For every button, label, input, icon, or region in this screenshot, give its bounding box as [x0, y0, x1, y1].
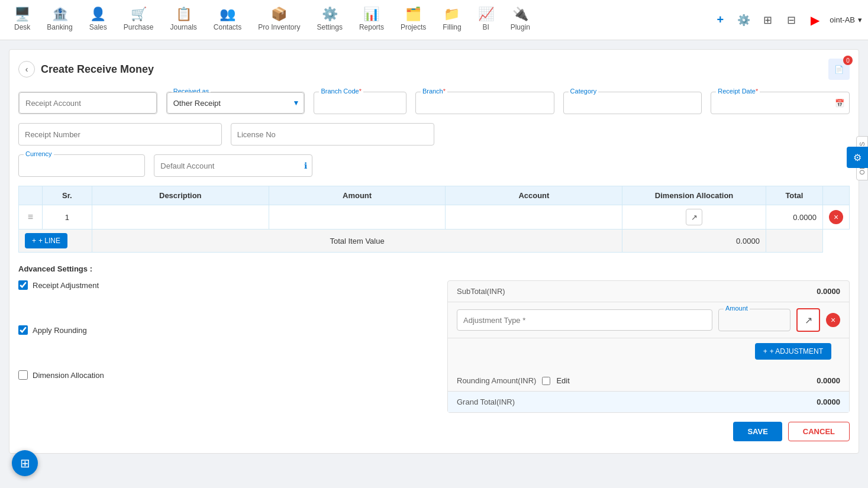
total-val-cell: 0.0000 — [622, 230, 766, 253]
nav-item-contacts[interactable]: 👥 Contacts — [205, 0, 250, 40]
description-input[interactable] — [98, 213, 263, 222]
user-menu[interactable]: oint-AB ▾ — [830, 15, 862, 24]
youtube-icon[interactable]: ▶ — [806, 11, 824, 29]
adjustment-link-button[interactable]: ↗ — [796, 308, 820, 332]
branch-code-input[interactable]: H001 — [314, 92, 405, 114]
col-total: Total — [766, 186, 822, 205]
branch-input[interactable]: HO — [416, 92, 554, 114]
dimension-allocation-checkbox[interactable] — [18, 370, 28, 380]
amount-cell: 0.00 — [269, 205, 446, 230]
col-dimension: Dimension Allocation — [622, 186, 766, 205]
received-as-field: Received as Other Receipt ▼ — [166, 92, 305, 114]
add-button[interactable]: + — [711, 11, 729, 29]
branch-field: Branch* HO — [415, 92, 554, 114]
advanced-left: Receipt Adjustment Apply Rounding Dimens… — [18, 280, 435, 413]
total-label-cell: Total Item Value — [92, 230, 622, 253]
header-action-button[interactable]: 📄 0 — [828, 59, 850, 80]
back-button[interactable]: ‹ — [18, 61, 35, 77]
reports-icon: 📊 — [363, 7, 379, 22]
category-input[interactable]: Goods — [564, 92, 702, 114]
received-as-select-wrapper: Other Receipt ▼ — [167, 92, 305, 114]
total-empty-cell — [766, 230, 822, 253]
nav-item-plugin[interactable]: 🔌 Plugin — [502, 0, 538, 40]
page-title: Create Receive Money — [41, 63, 154, 76]
delete-row-button[interactable]: × — [829, 210, 843, 224]
rounding-row: Rounding Amount(INR) Edit 0.0000 — [448, 370, 849, 392]
currency-input[interactable]: Indian Rupee — [19, 155, 144, 176]
branch-code-group: Branch Code* H001 — [314, 92, 406, 114]
bottom-button-bar: SAVE CANCEL — [18, 413, 850, 444]
nav-label-banking: Banking — [47, 23, 72, 31]
nav-item-journals[interactable]: 📋 Journals — [162, 0, 205, 40]
save-button[interactable]: SAVE — [733, 422, 782, 441]
delete-adjustment-button[interactable]: × — [826, 313, 840, 327]
receipt-date-input[interactable]: 13/03/2024 — [711, 92, 835, 114]
options-gear-button[interactable]: ⚙ — [847, 147, 868, 168]
nav-item-bi[interactable]: 📈 BI — [470, 0, 502, 40]
apply-rounding-label: Apply Rounding — [33, 326, 87, 335]
advanced-title: Advanced Settings : — [18, 264, 850, 273]
drag-handle-cell: ≡ — [19, 205, 43, 230]
nav-item-reports[interactable]: 📊 Reports — [351, 0, 392, 40]
cancel-button[interactable]: CANCEL — [788, 422, 850, 441]
nav-item-banking[interactable]: 🏦 Banking — [38, 0, 80, 40]
external-link-icon-2: ↗ — [805, 315, 812, 326]
category-label: Category — [569, 88, 599, 95]
rounding-edit-checkbox[interactable] — [542, 377, 550, 385]
receipt-account-input[interactable] — [19, 92, 157, 114]
adjustment-type-input[interactable] — [457, 309, 712, 331]
advanced-two-col: Receipt Adjustment Apply Rounding Dimens… — [18, 280, 850, 413]
nav-item-filling[interactable]: 📁 Filling — [434, 0, 469, 40]
nav-label-desk: Desk — [14, 23, 30, 31]
default-account-input[interactable] — [154, 155, 304, 176]
account-cell — [446, 205, 622, 230]
dimension-allocation-row: Dimension Allocation — [18, 370, 435, 380]
subtotal-row: SubTotal(INR) 0.0000 — [448, 281, 849, 302]
grand-total-row: Grand Total(INR) 0.0000 — [448, 392, 849, 412]
nav-item-purchase[interactable]: 🛒 Purchase — [115, 0, 162, 40]
amount-input[interactable]: 0.00 — [275, 213, 440, 222]
nav-item-settings[interactable]: ⚙️ Settings — [309, 0, 351, 40]
default-account-group: ℹ — [154, 154, 312, 177]
drag-icon[interactable]: ≡ — [28, 212, 33, 222]
nav-item-sales[interactable]: 👤 Sales — [81, 0, 115, 40]
receipt-number-input[interactable] — [19, 124, 221, 145]
apply-rounding-checkbox[interactable] — [18, 325, 28, 335]
adjustment-row: Amount 0 ↗ × — [448, 302, 849, 338]
nav-item-desk[interactable]: 🖥️ Desk — [6, 0, 38, 40]
add-line-button[interactable]: + + LINE — [25, 233, 67, 248]
row-total: 0.0000 — [793, 213, 817, 222]
calendar-icon[interactable]: 📅 — [835, 99, 849, 108]
purchase-icon: 🛒 — [131, 7, 147, 22]
receipt-account-field — [18, 92, 157, 114]
advanced-right: SubTotal(INR) 0.0000 Amount 0 ↗ — [447, 280, 850, 413]
currency-field: Currency Indian Rupee — [18, 154, 145, 177]
receipt-date-group: Receipt Date* 13/03/2024 📅 — [711, 92, 850, 114]
info-icon[interactable]: ℹ — [304, 161, 312, 170]
receipt-adjustment-checkbox[interactable] — [18, 280, 28, 290]
row-sr: 1 — [65, 213, 69, 222]
col-sr: Sr. — [43, 186, 92, 205]
adjustment-amount-input[interactable]: 0 — [719, 309, 790, 331]
dimension-link-button[interactable]: ↗ — [686, 209, 702, 225]
add-adjustment-button[interactable]: + + ADJUSTMENT — [755, 343, 831, 360]
settings-gear-icon[interactable]: ⚙️ — [735, 11, 753, 29]
received-as-select[interactable]: Other Receipt — [167, 92, 305, 114]
total-cell: 0.0000 — [766, 205, 822, 230]
total-row: + + LINE Total Item Value 0.0000 — [19, 230, 850, 253]
nav-item-pro-inventory[interactable]: 📦 Pro Inventory — [250, 0, 308, 40]
dimension-allocation-label: Dimension Allocation — [33, 371, 104, 380]
nav-label-settings: Settings — [317, 23, 343, 31]
nav-item-projects[interactable]: 🗂️ Projects — [392, 0, 434, 40]
banking-icon: 🏦 — [52, 7, 68, 22]
license-no-input[interactable] — [231, 124, 434, 145]
top-navigation: 🖥️ Desk 🏦 Banking 👤 Sales 🛒 Purchase 📋 J… — [0, 0, 868, 40]
dimension-cell: ↗ — [622, 205, 766, 230]
grid-icon[interactable]: ⊞ — [759, 11, 776, 29]
col-drag — [19, 186, 43, 205]
receipt-date-field: Receipt Date* 13/03/2024 📅 — [711, 92, 850, 114]
add-adjustment-wrapper: + + ADJUSTMENT — [448, 338, 849, 370]
dashboard-icon[interactable]: ⊟ — [782, 11, 800, 29]
account-input[interactable] — [451, 213, 616, 222]
receipt-account-group — [18, 92, 157, 114]
